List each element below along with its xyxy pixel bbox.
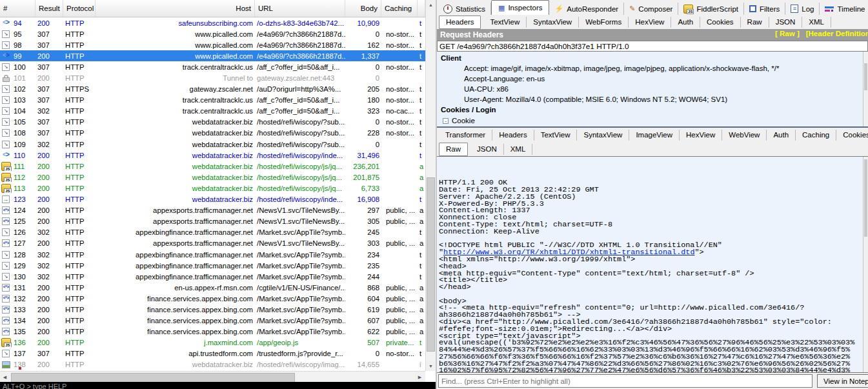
session-list-vertical-scrollbar[interactable]: ▲ ▼: [425, 0, 436, 371]
header-item[interactable]: Accept-Language: en-us: [437, 74, 868, 84]
session-icon-cell: ↘: [0, 63, 12, 71]
session-row[interactable]: <*>131200HTTPen-us.appex-rf.msn.com/cgti…: [0, 282, 425, 293]
header-definitions-link[interactable]: [Header Definitions]: [806, 30, 868, 37]
response-tab-hexview[interactable]: HexView: [680, 130, 722, 141]
request-tab-auth[interactable]: Auth: [671, 17, 700, 28]
session-row[interactable]: ↘129302HTTPappexbingfinance.trafficmanag…: [0, 260, 425, 271]
column-header-extra[interactable]: [418, 0, 425, 17]
request-tab-xml[interactable]: XML: [802, 17, 831, 28]
request-tab-json[interactable]: JSON: [769, 17, 803, 28]
response-subtab-xml[interactable]: XML: [504, 144, 533, 155]
request-tab-syntaxview[interactable]: SyntaxView: [527, 17, 579, 28]
header-item[interactable]: Accept: image/gif, image/x-xbitmap, imag…: [437, 63, 868, 74]
response-tab-cookies[interactable]: Cookies: [836, 130, 868, 141]
collapse-expander-icon[interactable]: -: [443, 118, 449, 124]
response-raw-view[interactable]: HTTP/1.1 200 OKDate: Fri, 25 Oct 2013 22…: [437, 156, 868, 373]
session-row[interactable]: ↘100307HTTPtrack.centraltracklc.us/aff_c…: [0, 61, 425, 72]
session-row[interactable]: ↘126302HTTPappexbingfinance.trafficmanag…: [0, 227, 425, 238]
request-tab-headers[interactable]: Headers: [439, 15, 481, 29]
response-tab-syntaxview[interactable]: SyntaxView: [577, 130, 629, 141]
horizontal-scroll-thumb[interactable]: [11, 373, 295, 383]
session-row[interactable]: ↘108307HTTPwebdatatracker.biz/hosted/ref…: [0, 128, 425, 139]
column-header-body[interactable]: Body: [345, 0, 381, 17]
response-subtab-raw[interactable]: Raw: [439, 143, 468, 156]
scroll-right-arrow-icon[interactable]: ▶: [415, 372, 425, 382]
request-tab-webforms[interactable]: WebForms: [579, 17, 629, 28]
request-tree-scroll-thumb[interactable]: [864, 63, 867, 90]
request-line[interactable]: GET /e4a969/?ch3866h21887d4a0h0h3f37e1 H…: [437, 41, 868, 52]
scroll-down-arrow-icon[interactable]: ▼: [426, 361, 436, 371]
session-protocol: HTTP: [63, 262, 96, 270]
view-in-notepad-button[interactable]: View in Notepad: [817, 374, 868, 388]
session-row[interactable]: ↘109302HTTPwebdatatracker.biz/hosted/ref…: [0, 139, 425, 150]
response-raw-scroll-thumb[interactable]: [864, 159, 867, 237]
response-subtab-json[interactable]: JSON: [470, 144, 504, 155]
toolbar-tab-timeline[interactable]: Timeline: [820, 3, 868, 15]
header-item[interactable]: UA-CPU: x86: [437, 84, 868, 94]
response-tab-transformer[interactable]: Transformer: [439, 130, 492, 141]
vertical-scroll-thumb[interactable]: [427, 177, 435, 352]
session-row[interactable]: JS113200HTTPwebdatatracker.biz/hosted/re…: [0, 183, 425, 194]
session-row[interactable]: <*>125200HTTPappexsports.trafficmanager.…: [0, 216, 425, 227]
find-input[interactable]: [438, 374, 812, 388]
session-row[interactable]: ↘98307HTTPwww.picalled.com/e4a969/?ch386…: [0, 39, 425, 50]
toolbar-tab-autoresponder[interactable]: ⚡AutoResponder: [549, 3, 624, 15]
session-row[interactable]: JS136200HTTPj.maxmind.com/app/geoip.js50…: [0, 337, 425, 348]
toolbar-tab-composer[interactable]: ✎Composer: [624, 3, 678, 15]
raw-link[interactable]: [ Raw ]: [775, 30, 800, 37]
scroll-left-arrow-icon[interactable]: ◀: [0, 372, 10, 382]
column-header-caching[interactable]: Caching: [381, 0, 418, 17]
session-row[interactable]: <*>134200HTTPfinance.services.appex.bing…: [0, 315, 425, 326]
session-row[interactable]: <>99200HTTPwww.picalled.com/e4a969/?ch38…: [0, 50, 425, 61]
session-row[interactable]: <>94200HTTPsafeunsubscribing.com/o-dzhs-…: [0, 17, 425, 28]
response-tab-textview[interactable]: TextView: [534, 130, 578, 141]
session-row[interactable]: ↘130302HTTPappexbingfinance.trafficmanag…: [0, 271, 425, 282]
session-row[interactable]: <>110200HTTPwebdatatracker.biz/hosted/re…: [0, 150, 425, 161]
response-tab-auth[interactable]: Auth: [767, 130, 796, 141]
column-header-url[interactable]: URL: [255, 0, 345, 17]
session-row[interactable]: JS111200HTTPwebdatatracker.biz/hosted/re…: [0, 161, 425, 172]
response-tab-imageview[interactable]: ImageView: [629, 130, 680, 141]
session-row[interactable]: <*>124200HTTPappexsports.trafficmanager.…: [0, 205, 425, 216]
column-header-protocol[interactable]: Protocol: [63, 0, 96, 17]
quickexec-bar[interactable]: ALT+Q > type HELP: [0, 382, 436, 389]
session-row[interactable]: ↘104302HTTPtrack.centraltracklc.us/aff_c…: [0, 106, 425, 117]
session-row[interactable]: ↘105307HTTPwebdatatracker.biz/hosted/ref…: [0, 117, 425, 128]
toolbar-tab-log[interactable]: ≡Log: [785, 3, 820, 15]
session-row[interactable]: →123200HTTPwebdatatracker.biz/hosted/ref…: [0, 194, 425, 205]
session-row[interactable]: ↘95307HTTPwww.picalled.com/e4a969/?ch386…: [0, 28, 425, 39]
session-row[interactable]: ↘103307HTTPtrack.centraltracklc.us/aff_c…: [0, 95, 425, 106]
session-icon-cell: ↘: [0, 96, 12, 104]
session-row[interactable]: JS112200HTTPwebdatatracker.biz/hosted/re…: [0, 172, 425, 183]
response-raw-scrollbar[interactable]: [863, 157, 868, 372]
session-body-size: 622: [345, 328, 381, 335]
response-tab-caching[interactable]: Caching: [796, 130, 836, 141]
session-row[interactable]: <*>135200HTTPfinance.services.appex.bing…: [0, 326, 425, 337]
session-row[interactable]: 101200HTTPTunnel togateway.zscaler.net:4…: [0, 72, 425, 83]
session-row[interactable]: <*>132200HTTPfinance.services.appex.bing…: [0, 293, 425, 304]
column-header-host[interactable]: Host: [96, 0, 255, 17]
session-row[interactable]: <*>133200HTTPfinance.services.appex.bing…: [0, 304, 425, 315]
header-tree-item[interactable]: -Cookie: [437, 115, 868, 125]
session-row[interactable]: <*>127200HTTPappexsports.trafficmanager.…: [0, 238, 425, 249]
column-header-#[interactable]: #: [0, 0, 35, 17]
toolbar-tab-statistics[interactable]: Statistics: [438, 3, 491, 15]
request-tab-textview[interactable]: TextView: [483, 17, 527, 28]
session-row[interactable]: 138200HTTPwebdatatracker.biz/hosted/refi…: [0, 359, 425, 370]
session-row[interactable]: ↘102307HTTPSgateway.zscaler.net/auD?orig…: [0, 84, 425, 95]
column-header-result[interactable]: Result: [35, 0, 63, 17]
toolbar-tab-fiddlerscript[interactable]: JSFiddlerScript: [678, 3, 744, 15]
request-tab-hexview[interactable]: HexView: [629, 17, 671, 28]
toolbar-tab-filters[interactable]: Filters: [744, 3, 785, 15]
request-tree-scrollbar[interactable]: [863, 52, 868, 126]
response-tab-webview[interactable]: WebView: [722, 130, 767, 141]
toolbar-tab-inspectors[interactable]: ▦Inspectors: [491, 0, 549, 15]
header-item[interactable]: User-Agent: Mozilla/4.0 (compatible; MSI…: [437, 94, 868, 105]
scroll-up-arrow-icon[interactable]: ▲: [426, 0, 436, 10]
session-list-horizontal-scrollbar[interactable]: ◀ ▶: [0, 371, 425, 382]
session-row[interactable]: ↘137307HTTPapi.trustedform.com/trustedfo…: [0, 348, 425, 359]
request-tab-raw[interactable]: Raw: [741, 17, 769, 28]
request-tab-cookies[interactable]: Cookies: [700, 17, 741, 28]
session-row[interactable]: ↘128302HTTPappexbingfinance.trafficmanag…: [0, 249, 425, 260]
response-tab-headers[interactable]: Headers: [492, 130, 534, 141]
